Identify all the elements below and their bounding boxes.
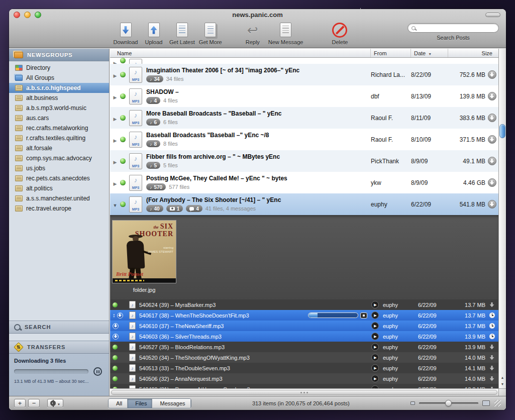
- scroll-up-icon[interactable]: [499, 374, 506, 381]
- file-row[interactable]: 540499 (31) – RevengeAtHarnessCreek.mp3 …: [110, 384, 498, 388]
- sidebar-item[interactable]: us.jobs: [9, 163, 109, 173]
- disclosure-triangle-icon[interactable]: [110, 200, 120, 209]
- horizontal-scrollbar[interactable]: [110, 388, 498, 396]
- vertical-scroll-thumb[interactable]: [499, 124, 505, 138]
- add-button[interactable]: +: [14, 399, 26, 407]
- music-note-icon: [150, 141, 152, 147]
- sidebar-item[interactable]: alt.politics: [9, 183, 109, 193]
- pause-button[interactable]: [93, 367, 102, 376]
- download-post-button[interactable]: [488, 200, 496, 208]
- status-dot-icon: [120, 58, 126, 63]
- file-from: euphy: [383, 365, 418, 371]
- sidebar-item[interactable]: comp.sys.mac.advocacy: [9, 153, 109, 163]
- thumbnail[interactable]: theSIX SHOOTER starring JAMES STEWART Br…: [112, 220, 178, 293]
- toolbar-button[interactable]: Download: [112, 22, 140, 45]
- remove-button[interactable]: −: [28, 399, 40, 407]
- sidebar-item[interactable]: a.s.s.manchester.united: [9, 193, 109, 203]
- transfers-section-header[interactable]: TRANSFERS: [9, 341, 109, 354]
- filter-segment[interactable]: Messages: [152, 399, 190, 408]
- file-row[interactable]: 540603 (36) – SilverThreads.mp3 euphy 6/…: [110, 331, 498, 342]
- toolbar-button[interactable]: New Message: [267, 22, 305, 45]
- vertical-scrollbar[interactable]: [498, 49, 506, 388]
- post-row[interactable]: Fibber fills from archive.org – " ~ MByt…: [110, 150, 498, 172]
- sidebar-item[interactable]: rec.crafts.metalworking: [9, 123, 109, 133]
- toolbar-button[interactable]: Reply: [239, 22, 267, 45]
- post-row-partial[interactable]: [110, 58, 498, 64]
- play-button[interactable]: [371, 333, 379, 340]
- zoom-slider[interactable]: [419, 402, 478, 404]
- column-header-from[interactable]: From: [371, 49, 411, 57]
- play-button[interactable]: [371, 354, 379, 361]
- toolbar-toggle-button[interactable]: [485, 13, 500, 17]
- sidebar-item[interactable]: rec.pets.cats.anecdotes: [9, 173, 109, 183]
- sidebar-item[interactable]: alt.forsale: [9, 143, 109, 153]
- sidebar-item[interactable]: rec.travel.europe: [9, 203, 109, 214]
- play-button[interactable]: [371, 364, 379, 372]
- disclosure-triangle-icon[interactable]: [110, 58, 120, 64]
- play-button[interactable]: [371, 375, 379, 382]
- file-right-status: [485, 323, 498, 329]
- disclosure-triangle-icon[interactable]: [110, 178, 120, 187]
- sidebar-item[interactable]: r.crafts.textiles.quilting: [9, 133, 109, 143]
- filter-segment[interactable]: All: [109, 399, 128, 408]
- toolbar-button[interactable]: Delete: [326, 22, 354, 45]
- sidebar-item[interactable]: aus.cars: [9, 113, 109, 123]
- sidebar-item-label: us.jobs: [26, 165, 45, 172]
- scroll-down-icon[interactable]: [499, 381, 506, 387]
- column-header-name[interactable]: Name: [110, 49, 371, 57]
- sidebar-item[interactable]: alt.business: [9, 93, 109, 103]
- sidebar-item[interactable]: a.b.s.mp3.world-music: [9, 103, 109, 113]
- download-icon: [117, 22, 134, 38]
- toolbar-button[interactable]: Upload: [140, 22, 168, 45]
- toolbar-button[interactable]: Get Latest: [168, 22, 196, 45]
- file-row[interactable]: 540513 (33) – TheDoubleSeven.mp3 euphy 6…: [110, 363, 498, 373]
- download-post-button[interactable]: [488, 114, 496, 122]
- search-section-header[interactable]: SEARCH: [9, 321, 109, 334]
- file-row[interactable]: 540617 (38) – WhenTheShoeDoesn'tFit.mp3 …: [110, 310, 498, 321]
- download-post-button[interactable]: [488, 92, 496, 100]
- search-input[interactable]: [418, 25, 495, 31]
- download-post-button[interactable]: [488, 70, 496, 79]
- sidebar-item[interactable]: Directory: [9, 63, 109, 73]
- action-menu-button[interactable]: [47, 399, 63, 407]
- post-row[interactable]: Posting McGee, They Called Me! – yEnc " …: [110, 172, 498, 193]
- folder-jpg-thumbnail[interactable]: theSIX SHOOTER starring JAMES STEWART Br…: [112, 220, 176, 283]
- play-button[interactable]: [371, 322, 379, 330]
- titlebar[interactable]: news.panic.com: [9, 9, 506, 20]
- disclosure-triangle-icon[interactable]: [110, 92, 120, 101]
- column-header-size[interactable]: Size: [448, 49, 498, 57]
- disclosure-triangle-icon[interactable]: [110, 70, 120, 79]
- download-post-button[interactable]: [488, 135, 496, 144]
- stop-button[interactable]: [360, 312, 367, 319]
- post-row[interactable]: SHADOW – 4 4 files dbf 8/13/09 139.8 MB: [110, 85, 498, 107]
- horizontal-scroll-thumb[interactable]: [111, 390, 497, 395]
- post-row[interactable]: Baseball Broadcasts "Baseball –" yEnc ~/…: [110, 129, 498, 150]
- file-row[interactable]: 540520 (34) – TheShootingOfWyattKing.mp3…: [110, 352, 498, 363]
- play-button[interactable]: [371, 311, 379, 319]
- resize-grip[interactable]: [494, 400, 501, 406]
- disclosure-triangle-icon[interactable]: [110, 157, 120, 166]
- post-row[interactable]: (For Anybody – The Six Shooter [~/41] – …: [110, 193, 498, 215]
- download-post-button[interactable]: [488, 178, 496, 187]
- zoom-slider-knob[interactable]: [445, 400, 452, 406]
- file-row[interactable]: 540506 (32) – AnnaNorquest.mp3 euphy 6/2…: [110, 373, 498, 384]
- toolbar-button[interactable]: Get More: [196, 22, 225, 45]
- play-button[interactable]: [371, 343, 379, 351]
- file-right-status: [485, 302, 498, 307]
- disclosure-triangle-icon[interactable]: [110, 135, 120, 144]
- download-post-button[interactable]: [488, 157, 496, 165]
- file-row[interactable]: 540610 (37) – TheNewSheriff.mp3 euphy 6/…: [110, 321, 498, 331]
- post-row[interactable]: Imagination Theater 2006 [~ of 34] "imag…: [110, 64, 498, 85]
- disclosure-triangle-icon[interactable]: [110, 114, 120, 123]
- play-button[interactable]: [371, 301, 379, 308]
- search-field[interactable]: [407, 23, 499, 33]
- filter-segment[interactable]: Files: [128, 399, 152, 408]
- files-count-label: 41 files, 4 messages: [205, 205, 256, 212]
- post-row[interactable]: More Baseball Broadcasts – "Baseball – "…: [110, 107, 498, 129]
- sidebar-item[interactable]: a.b.s.r.o.highspeed: [9, 83, 109, 93]
- column-header-date[interactable]: Date: [411, 49, 448, 57]
- sidebar-item[interactable]: All Groups: [9, 73, 109, 83]
- file-row[interactable]: 540527 (35) – BloodRelations.mp3 euphy 6…: [110, 342, 498, 352]
- file-row[interactable]: 540624 (39) – MyraBarker.mp3 euphy 6/22/…: [110, 299, 498, 310]
- file-date: 6/22/09: [418, 302, 454, 308]
